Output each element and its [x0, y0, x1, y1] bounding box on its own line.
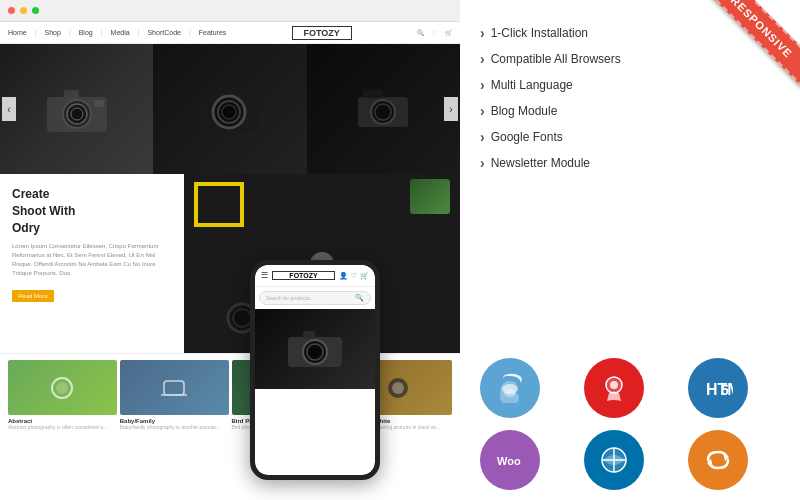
content-heading: Create Shoot With Odry	[12, 186, 172, 236]
mobile-screen: ☰ FOTOZY 👤 ♡ 🛒 Search for products... 🔍	[255, 265, 375, 475]
feature-1click: 1-Click Installation	[480, 20, 780, 46]
site-logo: FOTOZY	[292, 26, 352, 40]
cat-desc-abstract: Abstract photography is often considered…	[8, 424, 117, 431]
nav-shop[interactable]: Shop	[45, 29, 61, 36]
svg-text:5: 5	[721, 382, 729, 398]
html5-icon-button[interactable]: HTML 5	[688, 358, 748, 418]
feature-blog: Blog Module	[480, 98, 780, 124]
slider-next-button[interactable]: ›	[444, 97, 458, 121]
yellow-frame	[194, 182, 244, 227]
mobile-logo: FOTOZY	[272, 271, 335, 280]
mobile-icons: 👤 ♡ 🛒	[339, 272, 369, 280]
mobile-mockup: ☰ FOTOZY 👤 ♡ 🛒 Search for products... 🔍	[250, 260, 380, 480]
hero-slide-2	[153, 44, 306, 174]
prestashop-icon-button[interactable]	[584, 358, 644, 418]
nav-shortcode[interactable]: ShortCode	[147, 29, 180, 36]
browser-dot-green[interactable]	[32, 7, 39, 14]
nav-features[interactable]: Features	[199, 29, 227, 36]
svg-rect-21	[164, 381, 184, 395]
category-abstract: Abstract Abstract photography is often c…	[8, 360, 117, 438]
mobile-search-bar[interactable]: Search for products... 🔍	[259, 291, 371, 305]
svg-rect-10	[217, 87, 229, 95]
nav-home[interactable]: Home	[8, 29, 27, 36]
svg-point-17	[233, 309, 251, 327]
mobile-user-icon: 👤	[339, 272, 348, 280]
heart-icon: ♡	[432, 29, 437, 36]
hero-slider: ‹ ›	[0, 44, 460, 174]
responsive-icon-button[interactable]	[688, 430, 748, 490]
categories-section: Abstract Abstract photography is often c…	[0, 354, 460, 444]
mobile-nav: ☰ FOTOZY 👤 ♡ 🛒	[255, 265, 375, 287]
mobile-search-placeholder: Search for products...	[266, 295, 314, 301]
feature-multilang: Multi Language	[480, 72, 780, 98]
tech-icons-grid: HTML 5 Woo	[480, 358, 780, 490]
woocommerce-icon-button[interactable]: Woo	[480, 430, 540, 490]
hero-slide-1	[0, 44, 153, 174]
wordpress-icon-button[interactable]	[584, 430, 644, 490]
content-paragraph: Lorem Ipsum Consectetur Eilessen, Crispu…	[12, 242, 172, 278]
cat-desc-baby: Baby/family photography is another popul…	[120, 424, 229, 431]
cart-icon: 🛒	[445, 29, 452, 36]
svg-text:HTML: HTML	[706, 381, 733, 398]
mobile-cart-icon: 🛒	[360, 272, 369, 280]
browser-dot-yellow[interactable]	[20, 7, 27, 14]
mobile-hero-image	[255, 309, 375, 389]
feature-browsers: Compatible All Browsers	[480, 46, 780, 72]
hamburger-icon[interactable]: ☰	[261, 271, 268, 280]
svg-rect-5	[94, 100, 104, 107]
slider-prev-button[interactable]: ‹	[2, 97, 16, 121]
svg-point-20	[56, 382, 68, 394]
browser-bar	[0, 0, 460, 22]
category-baby: Baby/Family Baby/family photography is a…	[120, 360, 229, 438]
text-col: Create Shoot With Odry Lorem Ipsum Conse…	[0, 174, 184, 353]
browser-dot-red[interactable]	[8, 7, 15, 14]
svg-point-28	[311, 348, 319, 356]
svg-point-33	[610, 381, 618, 389]
features-list: 1-Click Installation Compatible All Brow…	[480, 20, 780, 176]
svg-point-13	[375, 104, 391, 120]
svg-rect-4	[64, 90, 79, 98]
svg-point-24	[392, 382, 404, 394]
nav-blog[interactable]: Blog	[79, 29, 93, 36]
svg-rect-29	[303, 331, 315, 338]
content-section: Create Shoot With Odry Lorem Ipsum Conse…	[0, 174, 460, 354]
read-more-button[interactable]: Read More	[12, 290, 54, 302]
svg-rect-14	[363, 90, 383, 98]
svg-point-9	[222, 105, 236, 119]
svg-point-31	[504, 389, 516, 397]
svg-point-3	[71, 108, 83, 120]
bootstrap-icon-button[interactable]	[480, 358, 540, 418]
main-container: Home | Shop | Blog | Media | ShortCode |…	[0, 0, 800, 500]
hero-slide-3	[307, 44, 460, 174]
nav-media[interactable]: Media	[111, 29, 130, 36]
left-panel: Home | Shop | Blog | Media | ShortCode |…	[0, 0, 460, 500]
mobile-search-icon: 🔍	[355, 294, 364, 302]
cat-thumb-abstract	[8, 360, 117, 415]
svg-rect-18	[224, 292, 238, 301]
right-panel: RESPONSIVE 1-Click Installation Compatib…	[460, 0, 800, 500]
search-icon: 🔍	[417, 29, 424, 36]
cat-thumb-baby	[120, 360, 229, 415]
feature-newsletter: Newsletter Module	[480, 150, 780, 176]
feature-fonts: Google Fonts	[480, 124, 780, 150]
site-nav: Home | Shop | Blog | Media | ShortCode |…	[0, 22, 460, 44]
svg-text:Woo: Woo	[497, 455, 521, 467]
plant-image	[410, 179, 450, 214]
mobile-heart-icon: ♡	[351, 272, 357, 280]
